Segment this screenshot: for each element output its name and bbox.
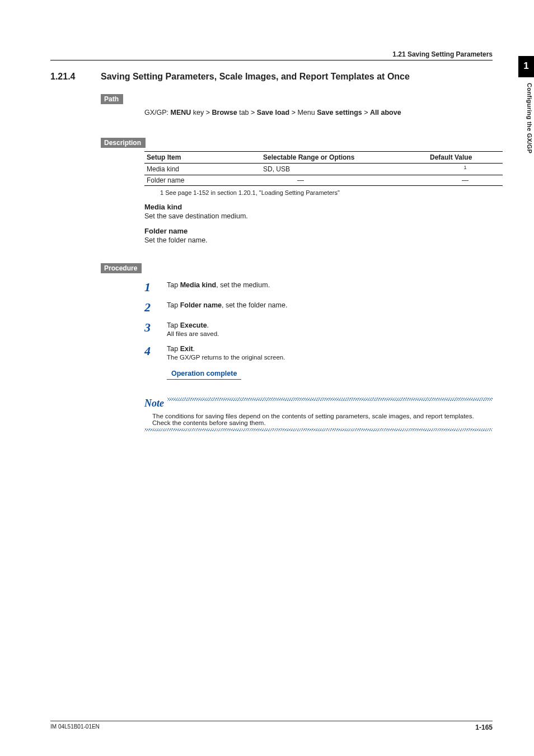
page-content: 1.21 Saving Setting Parameters 1.21.4 Sa…: [50, 50, 493, 431]
desc-subhead-media: Media kind: [144, 203, 493, 211]
step-body: Tap Media kind, set the medium.: [167, 281, 493, 289]
footer-page-number: 1-165: [475, 724, 493, 731]
step-body: Tap Execute. All files are saved.: [167, 321, 493, 337]
section-title: Saving Setting Parameters, Scale Images,…: [101, 72, 410, 82]
desc-text-folder: Set the folder name.: [144, 236, 493, 244]
side-tab-label: Configuring the GX/GP: [526, 83, 533, 153]
step-body: Tap Exit. The GX/GP returns to the origi…: [167, 345, 493, 361]
footer-doc-id: IM 04L51B01-01EN: [50, 724, 100, 730]
step-number: 3: [144, 321, 167, 334]
step-number: 1: [144, 281, 167, 293]
table-row: Folder name — —: [144, 175, 503, 186]
th-default: Default Value: [428, 152, 503, 164]
step-number: 4: [144, 345, 167, 357]
badge-procedure: Procedure: [101, 263, 142, 273]
section-heading: 1.21.4 Saving Setting Parameters, Scale …: [50, 72, 493, 82]
table-header-row: Setup Item Selectable Range or Options D…: [144, 152, 503, 164]
setup-table: Setup Item Selectable Range or Options D…: [144, 151, 503, 186]
step-subtext: All files are saved.: [167, 330, 493, 337]
cell-default: 1: [428, 164, 503, 175]
note-top-rule: [167, 398, 493, 401]
cell-default: —: [428, 175, 503, 186]
cell-item: Folder name: [144, 175, 261, 186]
path-text: GX/GP: MENU key > Browse tab > Save load…: [144, 109, 493, 116]
procedure-step: 1 Tap Media kind, set the medium.: [144, 281, 493, 293]
th-setup-item: Setup Item: [144, 152, 261, 164]
page-footer: IM 04L51B01-01EN 1-165: [50, 721, 493, 731]
cell-options: SD, USB: [261, 164, 428, 175]
badge-description: Description: [101, 138, 146, 148]
procedure-step: 2 Tap Folder name, set the folder name.: [144, 301, 493, 314]
note-label: Note: [144, 398, 164, 409]
side-tab-number: 1: [523, 60, 528, 71]
desc-text-media: Set the save destination medium.: [144, 212, 493, 220]
note-bottom-rule: [144, 428, 493, 431]
section-number: 1.21.4: [50, 72, 101, 82]
step-body: Tap Folder name, set the folder name.: [167, 301, 493, 309]
note-text: The conditions for saving files depend o…: [152, 413, 493, 426]
cell-options: —: [261, 175, 428, 186]
th-options: Selectable Range or Options: [261, 152, 428, 164]
step-number: 2: [144, 301, 167, 314]
procedure-block: Procedure 1 Tap Media kind, set the medi…: [101, 251, 493, 431]
desc-subhead-folder: Folder name: [144, 227, 493, 235]
cell-item: Media kind: [144, 164, 261, 175]
path-block: Path GX/GP: MENU key > Browse tab > Save…: [101, 82, 493, 116]
table-row: Media kind SD, USB 1: [144, 164, 503, 175]
table-footnote: 1 See page 1-152 in section 1.20.1, "Loa…: [160, 189, 493, 196]
procedure-step: 3 Tap Execute. All files are saved.: [144, 321, 493, 337]
description-block: Description Setup Item Selectable Range …: [101, 125, 493, 244]
running-header: 1.21 Saving Setting Parameters: [50, 50, 493, 60]
step-subtext: The GX/GP returns to the original screen…: [167, 354, 493, 361]
note-block: Note The conditions for saving files dep…: [144, 389, 493, 431]
side-tab-chapter: 1: [518, 56, 534, 77]
operation-complete-label: Operation complete: [167, 368, 241, 380]
badge-path: Path: [101, 94, 123, 104]
procedure-step: 4 Tap Exit. The GX/GP returns to the ori…: [144, 345, 493, 361]
